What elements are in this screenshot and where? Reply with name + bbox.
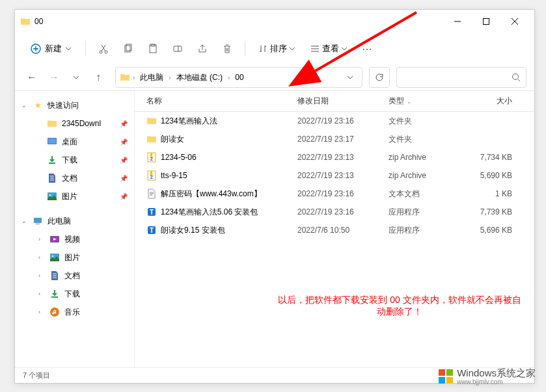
pin-icon: 📌	[120, 120, 128, 127]
file-name: 朗读女9.15 安装包	[161, 225, 225, 236]
file-name: 1234笔画输入法5.06 安装包	[161, 207, 258, 218]
watermark: Windows系统之家 www.bjjmlv.com	[439, 367, 536, 385]
file-type: 应用程序	[389, 225, 460, 236]
sort-button[interactable]: 排序	[252, 39, 301, 59]
sidebar-item[interactable]: 桌面📌	[15, 133, 134, 151]
sidebar-item[interactable]: 2345Downl📌	[15, 114, 134, 133]
document-icon	[49, 270, 61, 281]
file-header: 名称 修改日期 类型⌄ 大小	[135, 91, 534, 112]
breadcrumb[interactable]: › 此电脑 › 本地磁盘 (C:) › 00	[115, 67, 362, 88]
music-icon	[49, 307, 61, 317]
chevron-right-icon: ›	[167, 74, 172, 81]
svg-point-13	[49, 194, 51, 196]
forward-button[interactable]: →	[45, 68, 63, 86]
pin-icon: 📌	[120, 193, 128, 200]
chevron-down-icon	[290, 47, 295, 51]
file-date: 2022/7/19 23:17	[297, 135, 389, 144]
app-icon: T	[146, 225, 157, 235]
back-button[interactable]: ←	[23, 68, 41, 86]
file-date: 2022/7/19 23:13	[297, 171, 389, 180]
refresh-button[interactable]	[369, 67, 390, 88]
more-button[interactable]: ⋯	[356, 38, 378, 60]
file-row[interactable]: Z1234-5-06 2022/7/19 23:13 zip Archive 7…	[135, 148, 534, 166]
folder-icon	[20, 16, 31, 27]
sidebar-item[interactable]: ›下载	[15, 285, 134, 303]
chevron-right-icon: ›	[38, 272, 46, 279]
content: ⌄ ★ 快速访问 2345Downl📌桌面📌下载📌文档📌图片📌 ⌄ 此电脑 ›视…	[15, 90, 534, 367]
file-name: 解压密码【www.443w.com】	[161, 189, 262, 200]
up-button[interactable]: ↑	[89, 68, 107, 86]
sidebar-item[interactable]: ›音乐	[15, 303, 134, 321]
zip-icon: Z	[146, 152, 157, 163]
chevron-down-icon[interactable]	[342, 76, 358, 79]
svg-text:Z: Z	[150, 157, 154, 161]
pc-icon	[32, 216, 44, 226]
file-date: 2022/7/19 23:16	[297, 116, 389, 125]
chevron-right-icon: ›	[226, 74, 231, 81]
file-size: 7,739 KB	[460, 207, 512, 216]
toolbar: 新建 排序 查看 ⋯	[15, 33, 534, 64]
file-size: 5,690 KB	[460, 171, 512, 180]
header-type[interactable]: 类型⌄	[389, 96, 460, 107]
chevron-right-icon: ›	[38, 254, 46, 261]
zip-icon: Z	[146, 170, 157, 181]
recent-button[interactable]	[67, 68, 85, 86]
share-button[interactable]	[191, 38, 213, 60]
svg-rect-14	[34, 218, 42, 223]
search-icon	[512, 73, 521, 82]
svg-rect-8	[174, 46, 182, 51]
paste-button[interactable]	[142, 38, 164, 60]
file-row[interactable]: 解压密码【www.443w.com】 2022/7/19 23:16 文本文档 …	[135, 185, 534, 203]
svg-rect-0	[484, 19, 489, 25]
sidebar-quick-access[interactable]: ⌄ ★ 快速访问	[15, 96, 134, 114]
file-type: 文件夹	[389, 116, 460, 127]
sidebar-item[interactable]: 图片📌	[15, 187, 134, 205]
windows-logo-icon	[439, 369, 453, 384]
svg-text:T: T	[150, 227, 154, 234]
header-name[interactable]: 名称	[135, 96, 297, 107]
file-name: 朗读女	[161, 134, 184, 145]
separator	[245, 41, 245, 57]
sidebar-item[interactable]: 下载📌	[15, 151, 134, 169]
svg-point-18	[52, 255, 54, 257]
close-button[interactable]	[500, 12, 529, 31]
header-size[interactable]: 大小	[460, 96, 512, 107]
sidebar-item[interactable]: ›视频	[15, 230, 134, 248]
delete-button[interactable]	[216, 38, 238, 60]
sidebar-item[interactable]: ›图片	[15, 248, 134, 267]
search-input[interactable]	[396, 67, 526, 88]
file-row[interactable]: T1234笔画输入法5.06 安装包 2022/7/19 23:16 应用程序 …	[135, 203, 534, 221]
svg-text:T: T	[150, 209, 154, 216]
rename-button[interactable]	[167, 38, 189, 60]
new-button[interactable]: 新建	[23, 39, 79, 59]
sort-icon	[258, 44, 267, 53]
picture-icon	[49, 252, 61, 263]
explorer-window: 00 新建 排序 查看 ⋯	[14, 9, 535, 384]
copy-button[interactable]	[117, 38, 139, 60]
file-row[interactable]: T朗读女9.15 安装包 2022/7/6 10:50 应用程序 5,696 K…	[135, 221, 534, 239]
breadcrumb-item[interactable]: 此电脑	[137, 71, 166, 85]
folder-icon	[146, 116, 157, 126]
view-button[interactable]: 查看	[304, 39, 353, 59]
maximize-button[interactable]	[472, 12, 500, 31]
breadcrumb-item[interactable]: 00	[232, 72, 246, 83]
file-name: tts-9-15	[161, 171, 187, 180]
video-icon	[49, 234, 61, 244]
sidebar-this-pc[interactable]: ⌄ 此电脑	[15, 212, 134, 230]
file-row[interactable]: 1234笔画输入法 2022/7/19 23:16 文件夹	[135, 112, 534, 130]
breadcrumb-item[interactable]: 本地磁盘 (C:)	[174, 71, 225, 85]
chevron-right-icon: ›	[38, 291, 46, 297]
file-row[interactable]: Ztts-9-15 2022/7/19 23:13 zip Archive 5,…	[135, 166, 534, 185]
file-list: 名称 修改日期 类型⌄ 大小 1234笔画输入法 2022/7/19 23:16…	[135, 91, 534, 367]
file-name: 1234笔画输入法	[161, 116, 217, 127]
header-date[interactable]: 修改日期	[297, 96, 389, 107]
cut-button[interactable]	[92, 38, 115, 60]
file-row[interactable]: 朗读女 2022/7/19 23:17 文件夹	[135, 130, 534, 148]
file-name: 1234-5-06	[161, 153, 197, 162]
sidebar-item[interactable]: 文档📌	[15, 169, 134, 187]
chevron-right-icon: ›	[38, 309, 46, 315]
chevron-down-icon	[342, 47, 347, 51]
minimize-button[interactable]	[443, 12, 472, 31]
sidebar-item[interactable]: ›文档	[15, 267, 134, 285]
file-type: 文本文档	[389, 189, 460, 200]
